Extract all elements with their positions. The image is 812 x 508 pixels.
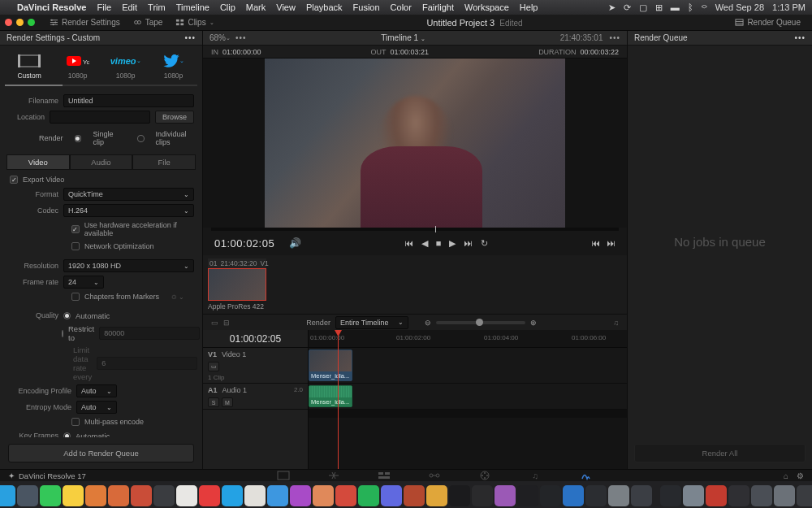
dock-app-12[interactable]: [222, 485, 243, 506]
menubar-date[interactable]: Wed Sep 28: [715, 2, 764, 12]
quality-restrict-radio[interactable]: [62, 330, 63, 337]
dock-app-35[interactable]: [751, 485, 772, 506]
location-input[interactable]: [50, 111, 150, 124]
home-button[interactable]: ✦ DaVinci Resolve 17: [8, 471, 86, 480]
dock-app-27[interactable]: [563, 485, 584, 506]
dock-app-29[interactable]: [608, 485, 629, 506]
menu-clip[interactable]: Clip: [220, 2, 235, 12]
wifi-icon[interactable]: ⌔: [702, 2, 707, 12]
dock-app-11[interactable]: [199, 485, 220, 506]
menu-fusion[interactable]: Fusion: [353, 2, 380, 12]
clip-thumbnail[interactable]: 01 21:40:32:20 V1 Apple ProRes 422: [208, 258, 266, 310]
dock-app-13[interactable]: [244, 485, 266, 506]
render-all-button[interactable]: Render All: [634, 444, 806, 462]
track-lock-icon[interactable]: ▭: [208, 362, 219, 371]
timeline-scrollbar[interactable]: [309, 410, 627, 418]
audio-clip[interactable]: Menser_idla...: [309, 385, 352, 407]
render-range-select[interactable]: Entire Timeline⌄: [335, 316, 408, 329]
a1-lane[interactable]: Menser_idla...: [309, 384, 627, 410]
chapters-options-icon[interactable]: ⊙ ⌄: [171, 293, 184, 301]
menu-color[interactable]: Color: [391, 2, 412, 12]
play-button[interactable]: ▶: [449, 238, 456, 249]
menu-edit[interactable]: Edit: [122, 2, 137, 12]
viewer-zoom[interactable]: 68%: [209, 33, 226, 42]
a1-track-header[interactable]: A1Audio 12.0 SM: [203, 384, 308, 410]
v1-lane[interactable]: Menser_idla...: [309, 348, 627, 384]
preset-youtube[interactable]: YouTube 1080p: [67, 54, 89, 80]
dock-app-20[interactable]: [404, 485, 425, 506]
timeline-zoom-slider[interactable]: [436, 321, 525, 324]
timeline-tc[interactable]: 01:00:02:05: [203, 330, 308, 348]
dock-app-2[interactable]: [0, 485, 15, 506]
browse-button[interactable]: Browse: [155, 111, 194, 124]
dock-app-30[interactable]: [631, 485, 652, 506]
dock-app-4[interactable]: [40, 485, 61, 506]
tab-audio[interactable]: Audio: [70, 154, 133, 170]
dock-app-28[interactable]: [585, 485, 607, 506]
dock-app-16[interactable]: [313, 485, 334, 506]
dock-app-5[interactable]: [63, 485, 84, 506]
sync-icon[interactable]: ⟳: [624, 2, 631, 13]
zoom-out-icon[interactable]: ⊖: [425, 319, 431, 327]
zoom-in-icon[interactable]: ⊕: [530, 319, 537, 327]
last-frame-button[interactable]: ⏭: [464, 238, 473, 249]
music-icon[interactable]: ♫: [613, 319, 619, 327]
page-cut[interactable]: [326, 471, 342, 481]
chapters-checkbox[interactable]: [71, 293, 80, 301]
viewer-scrubber[interactable]: [211, 228, 619, 231]
resolution-select[interactable]: 1920 x 1080 HD⌄: [63, 259, 194, 272]
mute-button[interactable]: M: [222, 397, 233, 407]
screen-icon[interactable]: ⊞: [655, 2, 663, 13]
queue-options-icon[interactable]: •••: [794, 33, 806, 42]
timeline-name[interactable]: Timeline 1 ⌄: [247, 33, 560, 42]
dock-app-22[interactable]: [449, 485, 470, 506]
keyframes-auto-radio[interactable]: [63, 432, 71, 438]
timeline-view-icon[interactable]: ▭: [211, 319, 218, 327]
menu-view[interactable]: View: [276, 2, 296, 12]
solo-button[interactable]: S: [208, 397, 219, 407]
dock-app-23[interactable]: [472, 485, 493, 506]
v1-track-header[interactable]: V1Video 1 ▭ 1 Clip: [203, 348, 308, 384]
render-individual-radio[interactable]: [137, 135, 145, 142]
viewer-zoom-options-icon[interactable]: •••: [235, 33, 247, 42]
dock-app-21[interactable]: [426, 485, 447, 506]
dock-app-14[interactable]: [267, 485, 288, 506]
dock-app-10[interactable]: [176, 485, 197, 506]
dock-app-36[interactable]: [774, 485, 795, 506]
menu-playback[interactable]: Playback: [306, 2, 343, 12]
add-to-render-queue-button[interactable]: Add to Render Queue: [8, 444, 194, 462]
prev-clip-button[interactable]: ⏮: [591, 238, 600, 248]
page-fusion[interactable]: [426, 471, 443, 481]
hw-accel-checkbox[interactable]: [71, 225, 80, 233]
preset-vimeo[interactable]: vimeo⌄ 1080p: [114, 54, 137, 80]
dock-app-32[interactable]: [683, 485, 704, 506]
toolbar-render-settings[interactable]: Render Settings: [43, 15, 127, 30]
out-tc[interactable]: 01:00:03:21: [391, 48, 430, 56]
project-manager-icon[interactable]: ⌂: [784, 471, 788, 480]
dock-app-31[interactable]: [660, 485, 681, 506]
battery-icon[interactable]: ▬: [671, 2, 680, 12]
dock-app-17[interactable]: [335, 485, 356, 506]
page-fairlight[interactable]: ♫: [527, 471, 543, 481]
menu-file[interactable]: File: [97, 2, 111, 12]
export-video-checkbox[interactable]: [10, 176, 18, 184]
video-clip[interactable]: Menser_idla...: [309, 350, 352, 381]
menu-workspace[interactable]: Workspace: [464, 2, 509, 12]
dock-app-25[interactable]: [517, 485, 538, 506]
location-icon[interactable]: ➤: [608, 2, 615, 13]
project-settings-icon[interactable]: ⚙: [797, 471, 804, 480]
volume-icon[interactable]: 🔊: [289, 237, 301, 249]
menubar-time[interactable]: 1:13 PM: [772, 2, 806, 12]
bluetooth-icon[interactable]: ᛒ: [688, 2, 693, 12]
page-edit[interactable]: [376, 471, 392, 481]
minimize-window-button[interactable]: [16, 19, 24, 26]
framerate-select[interactable]: 24⌄: [63, 276, 104, 289]
render-single-radio[interactable]: [75, 135, 82, 142]
display-icon[interactable]: ▢: [639, 2, 647, 13]
playhead[interactable]: [338, 330, 339, 469]
net-opt-checkbox[interactable]: [71, 242, 80, 250]
next-clip-button[interactable]: ⏭: [607, 238, 615, 248]
menu-fairlight[interactable]: Fairlight: [422, 2, 454, 12]
menu-timeline[interactable]: Timeline: [176, 2, 209, 12]
timeline-canvas[interactable]: 01:00:00:00 01:00:02:00 01:00:04:00 01:0…: [309, 330, 627, 469]
